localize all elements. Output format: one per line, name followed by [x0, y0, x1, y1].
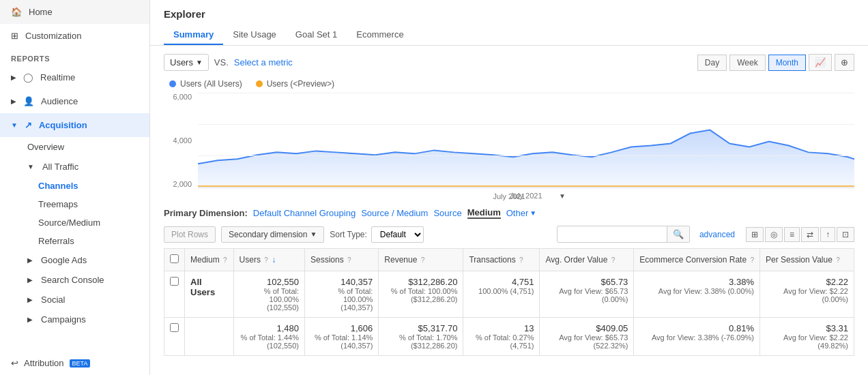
col-header-transactions[interactable]: Transactions ? [463, 249, 540, 271]
share-btn[interactable]: ↑ [820, 227, 835, 242]
row-revenue-sub-0: % of Total: 100.00% ($312,286.20) [384, 287, 457, 303]
sidebar-item-realtime[interactable]: ▶ ◯ Realtime [0, 65, 149, 89]
sidebar-item-audience[interactable]: ▶ 👤 Audience [0, 89, 149, 113]
home-icon: 🏠 [11, 7, 22, 17]
sidebar-item-source-medium[interactable]: Source/Medium [0, 213, 149, 232]
row-avg-order-main-0: $65.73 [545, 277, 628, 287]
sidebar-item-overview[interactable]: Overview [0, 137, 149, 157]
all-traffic-label: All Traffic [42, 162, 78, 172]
dim-link-source[interactable]: Source [433, 208, 461, 218]
tab-site-usage[interactable]: Site Usage [223, 25, 286, 45]
advanced-link[interactable]: advanced [699, 230, 735, 239]
tab-ecommerce[interactable]: Ecommerce [347, 25, 413, 45]
row-checkbox-0[interactable] [170, 277, 179, 286]
sidebar-item-all-traffic[interactable]: ▼ All Traffic [0, 157, 149, 177]
secondary-dim-label: Secondary dimension [229, 230, 307, 239]
dim-link-default-channel[interactable]: Default Channel Grouping [253, 208, 356, 218]
sidebar-item-channels[interactable]: Channels [0, 177, 149, 195]
row-sessions-1: 1,606 % of Total: 1.14% (140,357) [305, 318, 379, 356]
x-axis-dropdown[interactable]: ▼ [559, 192, 566, 200]
plot-rows-button[interactable]: Plot Rows [164, 226, 216, 243]
vs-label: VS. [214, 57, 229, 68]
dim-link-source-medium[interactable]: Source / Medium [361, 208, 428, 218]
explorer-title: Explorer [164, 8, 854, 20]
bar-view-btn[interactable]: ≡ [784, 227, 800, 242]
row-per-session-1: $3.31 Avg for View: $2.22 (49.82%) [760, 318, 854, 356]
sidebar-item-acquisition[interactable]: ▼ ↗ Acquisition [0, 113, 149, 137]
row-transactions-0: 4,751 100.00% (4,751) [463, 271, 540, 318]
col-header-sessions[interactable]: Sessions ? [305, 249, 379, 271]
row-transactions-1: 13 % of Total: 0.27% (4,751) [463, 318, 540, 356]
col-header-avg-order[interactable]: Avg. Order Value ? [540, 249, 634, 271]
expand-arrow-google-ads: ▶ [27, 256, 33, 264]
pie-chart-icon-btn[interactable]: ⊕ [835, 54, 854, 71]
col-header-ecommerce-rate[interactable]: Ecommerce Conversion Rate ? [634, 249, 760, 271]
row-ecommerce-1: 0.81% Avg for View: 3.38% (-76.09%) [634, 318, 760, 356]
sidebar-item-google-ads[interactable]: ▶ Google Ads [0, 250, 149, 270]
sidebar-item-campaigns[interactable]: ▶ Campaigns [0, 310, 149, 329]
row-sessions-main-0: 140,357 [310, 277, 373, 287]
search-input[interactable] [558, 227, 667, 242]
treemaps-label: Treemaps [38, 199, 78, 209]
search-button[interactable]: 🔍 [667, 226, 689, 242]
chart-area-fill [198, 130, 854, 188]
col-header-revenue[interactable]: Revenue ? [379, 249, 463, 271]
pie-view-btn[interactable]: ◎ [765, 227, 783, 242]
select-metric-link[interactable]: Select a metric [234, 57, 293, 68]
sidebar-item-referrals[interactable]: Referrals [0, 232, 149, 250]
row-users-1: 1,480 % of Total: 1.44% (102,550) [233, 318, 304, 356]
sidebar-item-social[interactable]: ▶ Social [0, 290, 149, 310]
expand-arrow-all-traffic: ▼ [27, 163, 34, 170]
referrals-label: Referrals [38, 236, 74, 246]
sort-type-select[interactable]: Default [371, 226, 424, 243]
legend-dot-all-users [169, 80, 176, 87]
tab-bar: Summary Site Usage Goal Set 1 Ecommerce [164, 25, 854, 45]
row-checkbox-1[interactable] [170, 323, 179, 332]
row-transactions-main-1: 13 [469, 323, 534, 333]
row-sessions-main-1: 1,606 [310, 323, 373, 333]
row-users-sub-0: % of Total: 100.00% (102,550) [240, 287, 299, 312]
col-help-avg-order: ? [611, 256, 616, 264]
main-content: Explorer Summary Site Usage Goal Set 1 E… [150, 0, 868, 375]
line-chart-icon-btn[interactable]: 📈 [809, 54, 832, 71]
row-medium-1 [185, 318, 234, 356]
campaigns-label: Campaigns [41, 314, 86, 325]
select-all-checkbox[interactable] [170, 254, 179, 263]
metric-select[interactable]: Users ▼ [164, 54, 209, 71]
compare-btn[interactable]: ⇄ [801, 227, 819, 242]
checkbox-header [164, 249, 185, 271]
legend-item-all-users: Users (All Users) [169, 79, 242, 89]
sidebar-item-home[interactable]: 🏠 Home [0, 0, 149, 24]
legend-item-preview: Users (<Preview>) [256, 79, 334, 89]
explorer-header: Explorer Summary Site Usage Goal Set 1 E… [150, 0, 868, 46]
secondary-dimension-button[interactable]: Secondary dimension ▼ [221, 226, 324, 243]
row-sessions-0: 140,357 % of Total: 100.00% (140,357) [305, 271, 379, 318]
table-view-btn[interactable]: ⊞ [746, 227, 764, 242]
table-controls-row: Plot Rows Secondary dimension ▼ Sort Typ… [164, 226, 854, 243]
dim-link-medium[interactable]: Medium [467, 207, 501, 219]
row-users-main-1: 1,480 [240, 323, 299, 333]
y-label-6000: 6,000 [173, 93, 192, 101]
chart-legend: Users (All Users) Users (<Preview>) [164, 79, 854, 89]
col-header-per-session[interactable]: Per Session Value ? [760, 249, 854, 271]
col-header-users[interactable]: Users ? ↓ [233, 249, 304, 271]
tab-goal-set-1[interactable]: Goal Set 1 [286, 25, 347, 45]
sidebar-item-treemaps[interactable]: Treemaps [0, 195, 149, 213]
sidebar-item-attribution[interactable]: ↩ Attribution BETA [0, 351, 149, 375]
sidebar-item-search-console[interactable]: ▶ Search Console [0, 270, 149, 290]
row-ecommerce-0: 3.38% Avg for View: 3.38% (0.00%) [634, 271, 760, 318]
col-header-medium[interactable]: Medium ? [185, 249, 234, 271]
month-btn[interactable]: Month [768, 55, 806, 71]
row-per-session-0: $2.22 Avg for View: $2.22 (0.00%) [760, 271, 854, 318]
sidebar-item-customization[interactable]: ⊞ Customization [0, 24, 149, 48]
week-btn[interactable]: Week [729, 55, 765, 71]
row-revenue-sub-1: % of Total: 1.70% ($312,286.20) [384, 333, 457, 350]
grid-line-1 [198, 93, 854, 93]
grid-btn[interactable]: ⊡ [837, 227, 854, 242]
dim-other-dropdown[interactable]: Other ▼ [506, 208, 536, 218]
row-avg-order-main-1: $409.05 [545, 323, 628, 333]
row-ecommerce-sub-0: Avg for View: 3.38% (0.00%) [639, 287, 754, 295]
day-btn[interactable]: Day [697, 55, 727, 71]
tab-summary[interactable]: Summary [164, 25, 223, 45]
chart-area[interactable]: July 2021 ▼ [198, 93, 854, 188]
